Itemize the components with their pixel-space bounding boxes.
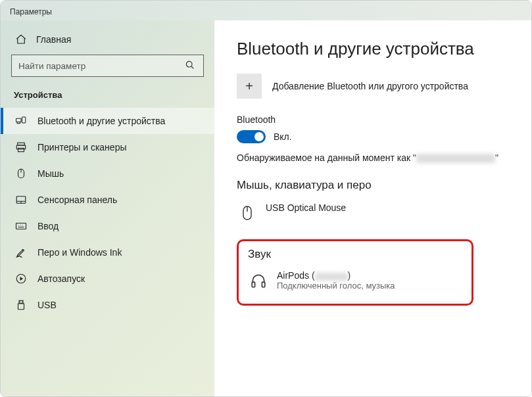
touchpad-icon	[15, 194, 27, 206]
sidebar-item-label: Перо и Windows Ink	[37, 247, 122, 258]
sidebar-item-autoplay[interactable]: Автозапуск	[1, 266, 214, 292]
svg-rect-12	[18, 304, 24, 310]
bluetooth-toggle-state: Вкл.	[274, 131, 292, 142]
sidebar-category: Устройства	[1, 86, 214, 108]
content-pane: Bluetooth и другие устройства + Добавлен…	[214, 20, 531, 396]
window-title: Параметры	[1, 1, 531, 20]
home-label: Главная	[36, 34, 71, 45]
sound-section-highlight: Звук AirPods () Подключенный голос, музы…	[237, 239, 473, 306]
mouse-icon	[238, 204, 256, 222]
svg-rect-15	[262, 282, 264, 287]
bluetooth-label: Bluetooth	[237, 114, 509, 125]
svg-point-0	[186, 61, 192, 67]
sidebar-nav: Bluetooth и другие устройства Принтеры и…	[1, 108, 214, 318]
usb-icon	[15, 299, 27, 311]
redacted-airpods-id	[315, 273, 348, 281]
svg-rect-14	[252, 282, 254, 287]
search-icon	[185, 60, 197, 72]
svg-rect-1	[16, 118, 22, 122]
sidebar-item-touchpad[interactable]: Сенсорная панель	[1, 187, 214, 213]
page-title: Bluetooth и другие устройства	[237, 39, 509, 59]
sidebar: Главная Устройства Bluetooth и другие ус…	[1, 20, 214, 396]
sidebar-item-label: Принтеры и сканеры	[37, 142, 126, 152]
plus-icon: +	[237, 74, 262, 99]
sidebar-item-bluetooth[interactable]: Bluetooth и другие устройства	[1, 108, 214, 134]
svg-rect-2	[17, 122, 20, 124]
section-sound: Звук	[248, 248, 462, 261]
printer-icon	[15, 141, 27, 153]
mouse-icon	[15, 168, 27, 179]
sidebar-item-mouse[interactable]: Мышь	[1, 160, 214, 187]
discoverable-text: Обнаруживаемое на данный момент как ""	[237, 152, 509, 163]
redacted-device-name	[416, 154, 495, 163]
bluetooth-devices-icon	[15, 115, 27, 127]
sidebar-item-label: Ввод	[37, 221, 59, 231]
device-airpods[interactable]: AirPods () Подключенный голос, музыка	[248, 266, 462, 294]
sidebar-item-usb[interactable]: USB	[1, 292, 214, 318]
autoplay-icon	[15, 273, 27, 285]
keyboard-icon	[15, 220, 27, 232]
sidebar-item-label: USB	[37, 300, 57, 310]
svg-rect-3	[22, 117, 26, 123]
device-status: Подключенный голос, музыка	[277, 281, 395, 291]
device-name: USB Optical Mouse	[266, 202, 346, 213]
sidebar-item-printers[interactable]: Принтеры и сканеры	[1, 134, 214, 160]
search-field[interactable]	[18, 61, 185, 71]
search-input[interactable]	[11, 55, 204, 77]
svg-rect-6	[18, 149, 24, 152]
headphones-icon	[249, 271, 268, 290]
sidebar-item-typing[interactable]: Ввод	[1, 213, 214, 239]
section-mouse-keyboard: Мышь, клавиатура и перо	[237, 179, 509, 192]
pen-icon	[15, 246, 27, 258]
sidebar-item-label: Сенсорная панель	[37, 195, 117, 205]
device-name: AirPods ()	[277, 270, 395, 281]
sidebar-item-label: Автозапуск	[37, 273, 85, 284]
svg-rect-11	[19, 300, 23, 304]
device-usb-mouse[interactable]: USB Optical Mouse	[237, 198, 509, 226]
home-link[interactable]: Главная	[1, 27, 214, 55]
sidebar-item-pen[interactable]: Перо и Windows Ink	[1, 239, 214, 266]
svg-rect-9	[16, 223, 26, 229]
bluetooth-toggle[interactable]	[237, 130, 266, 143]
add-device-button[interactable]: + Добавление Bluetooth или другого устро…	[237, 74, 509, 99]
sidebar-item-label: Мышь	[37, 168, 64, 179]
add-device-label: Добавление Bluetooth или другого устройс…	[272, 81, 468, 91]
sidebar-item-label: Bluetooth и другие устройства	[37, 116, 165, 126]
home-icon	[15, 34, 27, 45]
